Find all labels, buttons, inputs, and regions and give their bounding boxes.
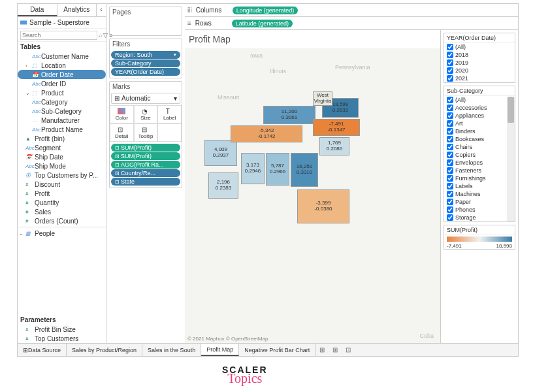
filter-pill-subcat[interactable]: Sub-Category bbox=[111, 59, 180, 67]
state-mississippi[interactable]: 3,1730.2946 bbox=[241, 153, 265, 184]
field-profit[interactable]: #Profit bbox=[18, 189, 106, 198]
marks-color-button[interactable]: Color bbox=[110, 105, 134, 123]
field-top-customers[interactable]: ⦿Top Customers by P... bbox=[18, 171, 106, 180]
field-order-id[interactable]: AbcOrder ID bbox=[18, 79, 106, 88]
subcat-option[interactable]: Paper bbox=[444, 198, 515, 206]
checkbox[interactable] bbox=[447, 112, 453, 119]
subcat-option[interactable]: Copiers bbox=[444, 151, 515, 159]
filter-pill-year[interactable]: YEAR(Order Date) bbox=[111, 68, 180, 76]
mark-pill[interactable]: ⊡AGG(Profit Ra... bbox=[111, 161, 180, 169]
subcat-option[interactable]: Furnishings bbox=[444, 174, 515, 182]
field-ship-mode[interactable]: AbcShip Mode bbox=[18, 161, 106, 171]
field-quantity[interactable]: #Quantity bbox=[18, 198, 106, 207]
search-icon[interactable]: ⌕ bbox=[99, 31, 102, 39]
marks-label-button[interactable]: TLabel bbox=[157, 105, 182, 123]
table-people[interactable]: ⌄▦People bbox=[18, 229, 106, 238]
columns-pill[interactable]: Longitude (generated) bbox=[233, 7, 299, 14]
subcat-option[interactable]: Appliances bbox=[444, 112, 515, 120]
new-story-button[interactable]: ⊡ bbox=[342, 346, 355, 353]
checkbox[interactable] bbox=[447, 199, 453, 205]
field-ship-date[interactable]: 📅Ship Date bbox=[18, 152, 106, 161]
field-location[interactable]: ›⬚Location bbox=[18, 61, 106, 70]
year-option[interactable]: 2018 bbox=[444, 51, 515, 59]
field-sub-category[interactable]: AbcSub-Category bbox=[18, 106, 106, 116]
checkbox[interactable] bbox=[447, 136, 453, 142]
checkbox[interactable] bbox=[447, 159, 453, 166]
field-segment[interactable]: AbcSegment bbox=[18, 143, 106, 152]
subcat-option[interactable]: Bookcases bbox=[444, 135, 515, 143]
subcat-option[interactable]: Accessories bbox=[444, 104, 515, 112]
param-profit-bin-size[interactable]: #Profit Bin Size bbox=[18, 325, 106, 334]
field-customer-name[interactable]: AbcCustomer Name bbox=[18, 52, 106, 61]
checkbox[interactable] bbox=[447, 105, 453, 111]
checkbox[interactable] bbox=[447, 97, 453, 103]
year-option[interactable]: 2019 bbox=[444, 59, 515, 67]
mark-pill[interactable]: ⊡SUM(Profit) bbox=[111, 152, 180, 160]
subcat-option[interactable]: Envelopes bbox=[444, 159, 515, 167]
datasource-row[interactable]: Sample - Superstore bbox=[18, 17, 106, 29]
year-option[interactable]: (All) bbox=[444, 43, 515, 51]
sheet-sales-by-product[interactable]: Sales by Product/Region bbox=[67, 344, 142, 356]
mark-pill[interactable]: ⊡SUM(Profit) bbox=[111, 144, 180, 152]
state-florida[interactable]: -3,399-0.0380 bbox=[297, 189, 349, 223]
new-worksheet-button[interactable]: ⊞ bbox=[315, 346, 329, 353]
field-category[interactable]: AbcCategory bbox=[18, 97, 106, 106]
checkbox[interactable] bbox=[447, 206, 453, 213]
state-georgia[interactable]: 16,2500.3310 bbox=[291, 153, 318, 187]
tab-analytics[interactable]: Analytics bbox=[57, 4, 97, 16]
sheet-profit-map[interactable]: Profit Map bbox=[201, 344, 239, 356]
field-discount[interactable]: #Discount bbox=[18, 180, 106, 189]
subcat-scrollbar[interactable] bbox=[507, 97, 515, 221]
subcat-option[interactable]: Chairs bbox=[444, 143, 515, 151]
checkbox[interactable] bbox=[447, 44, 453, 50]
checkbox[interactable] bbox=[447, 167, 453, 174]
search-input[interactable] bbox=[20, 31, 97, 40]
checkbox[interactable] bbox=[447, 67, 453, 74]
filter-pill-region[interactable]: Region: South▾ bbox=[111, 51, 180, 59]
subcat-option[interactable]: Storage bbox=[444, 214, 515, 221]
checkbox[interactable] bbox=[447, 191, 453, 197]
pages-shelf[interactable]: Pages bbox=[109, 7, 182, 36]
collapse-pane-icon[interactable]: ‹ bbox=[97, 4, 106, 16]
map-canvas[interactable]: Iowa Illinois Missouri Pennsylvania Cuba… bbox=[185, 48, 440, 343]
state-kentucky[interactable]: 11,2000.3061 bbox=[263, 106, 315, 124]
checkbox[interactable] bbox=[447, 120, 453, 127]
state-southcarolina[interactable]: 1,7690.2086 bbox=[319, 137, 349, 155]
checkbox[interactable] bbox=[447, 175, 453, 182]
field-order-date[interactable]: 📅Order Date bbox=[18, 70, 106, 79]
year-option[interactable]: 2021 bbox=[444, 74, 515, 82]
param-top-customers[interactable]: #Top Customers bbox=[18, 334, 106, 343]
mark-pill[interactable]: ⊡Country/Re... bbox=[111, 169, 180, 177]
subcat-option[interactable]: Fasteners bbox=[444, 167, 515, 174]
new-dashboard-button[interactable]: ⊞ bbox=[329, 346, 342, 353]
subcat-option[interactable]: Art bbox=[444, 120, 515, 127]
checkbox[interactable] bbox=[447, 152, 453, 158]
field-manufacturer[interactable]: …Manufacturer bbox=[18, 116, 106, 125]
checkbox[interactable] bbox=[447, 75, 453, 82]
field-product[interactable]: ⌄⬚Product bbox=[18, 88, 106, 97]
subcat-option[interactable]: Labels bbox=[444, 182, 515, 190]
field-orders-count[interactable]: #Orders (Count) bbox=[18, 216, 106, 225]
state-westvirginia[interactable]: West Virginia bbox=[313, 91, 332, 106]
state-louisiana[interactable]: 2,1960.2383 bbox=[208, 172, 238, 199]
sheet-sales-south[interactable]: Sales in the South bbox=[142, 344, 201, 356]
state-arkansas[interactable]: 4,0090.2937 bbox=[204, 140, 237, 166]
mark-pill[interactable]: ⊡State bbox=[111, 178, 180, 186]
mark-type-dropdown[interactable]: ⊞Automatic▾ bbox=[111, 93, 180, 104]
subcat-option[interactable]: (All) bbox=[444, 96, 515, 104]
checkbox[interactable] bbox=[447, 214, 453, 221]
marks-size-button[interactable]: ◔Size bbox=[134, 105, 158, 123]
filters-shelf[interactable]: Filters Region: South▾ Sub-Category YEAR… bbox=[109, 39, 182, 78]
checkbox[interactable] bbox=[447, 183, 453, 189]
marks-tooltip-button[interactable]: ⊟Tooltip bbox=[134, 123, 158, 142]
rows-shelf[interactable]: ≡ Rows Latitude (generated) bbox=[185, 17, 518, 30]
checkbox[interactable] bbox=[447, 59, 453, 66]
viz-title[interactable]: Profit Map bbox=[185, 30, 440, 48]
state-alabama[interactable]: 5,7870.2966 bbox=[266, 153, 289, 186]
subcat-option[interactable]: Binders bbox=[444, 127, 515, 135]
field-sales[interactable]: #Sales bbox=[18, 207, 106, 216]
marks-detail-button[interactable]: ⊡Detail bbox=[110, 123, 134, 142]
state-northcarolina[interactable]: -7,491-0.1347 bbox=[313, 119, 360, 136]
checkbox[interactable] bbox=[447, 144, 453, 150]
checkbox[interactable] bbox=[447, 128, 453, 135]
